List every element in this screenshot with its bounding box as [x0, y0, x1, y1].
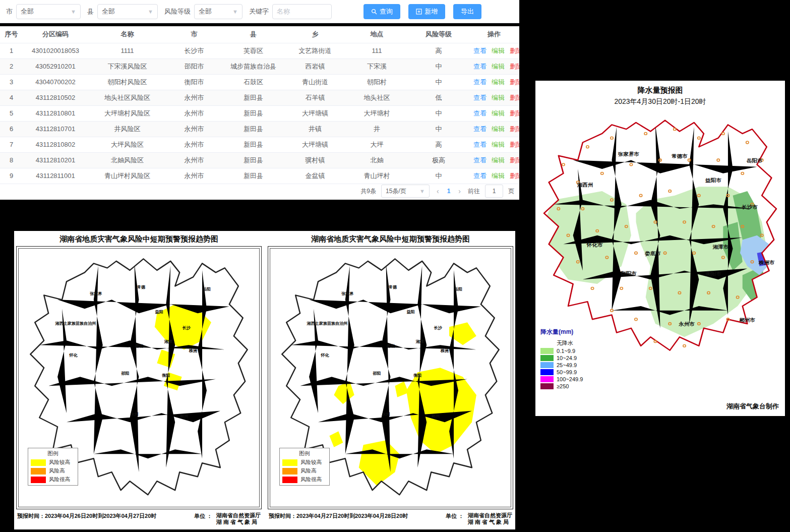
action-delete-link[interactable]: 删除 [510, 94, 519, 101]
legend-item: 风险高 [282, 467, 327, 475]
action-view-link[interactable]: 查看 [473, 78, 487, 86]
plus-square-icon [416, 9, 422, 15]
table-header-row: 序号分区编码名称市县乡地点风险等级操作 [0, 26, 519, 43]
map-city-label: 岳阳 [454, 286, 462, 291]
cell-name: 北妯风险区 [88, 152, 166, 168]
action-view-link[interactable]: 查看 [473, 172, 487, 180]
map-city-label: 郴州 [431, 414, 440, 419]
goto-label: 前往 [468, 187, 480, 196]
map-city-label: 湘潭 [164, 339, 173, 344]
legend-label: 100~249.9 [557, 376, 583, 382]
total-count: 共9条 [360, 187, 376, 196]
map-city-label: 湘潭市 [712, 244, 730, 249]
cell-seq: 2 [0, 58, 23, 74]
action-delete-link[interactable]: 删除 [510, 109, 519, 117]
action-edit-link[interactable]: 编辑 [492, 47, 505, 54]
action-view-link[interactable]: 查看 [473, 47, 487, 54]
cell-place: 下宋溪 [345, 58, 408, 74]
cell-actions: 查看编辑删除 [469, 105, 519, 121]
trend-map-2: 湖南省地质灾害气象风险中短期预警预报趋势图 [268, 233, 513, 529]
table-row: 743112810802大坪风险区永州市新田县大坪塘镇大坪高查看编辑删除 [0, 137, 519, 152]
cell-name: 朝阳村风险区 [88, 74, 166, 90]
action-edit-link[interactable]: 编辑 [492, 63, 505, 70]
legend-item: 风险高 [31, 467, 75, 475]
map-city-label: 湘潭 [415, 339, 424, 344]
action-edit-link[interactable]: 编辑 [492, 109, 505, 117]
risk-level-filter-value: 全部 [199, 7, 212, 16]
column-header: 乡 [285, 26, 345, 43]
map-credit: 湖南省气象台制作 [726, 402, 779, 411]
add-button[interactable]: 新增 [408, 4, 445, 19]
action-edit-link[interactable]: 编辑 [492, 141, 505, 148]
cell-name: 1111 [88, 43, 166, 58]
filter-bar: 市 全部 ▼ 县 全部 ▼ 风险等级 全部 ▼ 关键字 查询 [0, 0, 519, 23]
action-view-link[interactable]: 查看 [473, 125, 487, 133]
search-button[interactable]: 查询 [363, 4, 400, 19]
next-page-button[interactable]: › [456, 187, 463, 195]
current-page[interactable]: 1 [446, 188, 452, 195]
cell-actions: 查看编辑删除 [469, 137, 519, 152]
legend-label: 无降水 [557, 339, 573, 347]
cell-county: 新田县 [222, 152, 285, 168]
city-filter-label: 市 [6, 7, 13, 16]
cell-level: 高 [408, 137, 469, 152]
action-view-link[interactable]: 查看 [473, 94, 487, 101]
cell-place: 大坪 [345, 137, 408, 152]
map-city-label: 岳阳市 [747, 158, 763, 163]
action-edit-link[interactable]: 编辑 [492, 94, 505, 101]
county-filter-select[interactable]: 全部 ▼ [97, 4, 158, 19]
action-delete-link[interactable]: 删除 [510, 141, 519, 148]
cell-county: 城步苗族自治县 [222, 58, 285, 74]
cell-seq: 4 [0, 90, 23, 105]
cell-code: 43112810502 [23, 90, 88, 105]
action-edit-link[interactable]: 编辑 [492, 78, 505, 86]
legend-swatch [540, 348, 554, 354]
risk-level-filter-select[interactable]: 全部 ▼ [194, 4, 242, 19]
action-delete-link[interactable]: 删除 [510, 63, 519, 70]
map-city-label: 郴州 [179, 414, 188, 419]
action-edit-link[interactable]: 编辑 [492, 156, 505, 164]
city-filter-value: 全部 [21, 7, 34, 16]
action-delete-link[interactable]: 删除 [510, 78, 519, 86]
action-edit-link[interactable]: 编辑 [492, 125, 505, 133]
page-size-select[interactable]: 15条/页 ▼ [381, 185, 430, 198]
cell-town: 文艺路街道 [285, 43, 345, 58]
legend-item: 风险很高 [31, 476, 75, 483]
map-city-label: 益阳 [155, 310, 163, 314]
legend-item: 0.1~9.9 [540, 348, 583, 354]
pagination: 共9条 15条/页 ▼ ‹ 1 › 前往 页 [360, 185, 514, 198]
map-city-label: 娄底 [135, 343, 143, 348]
action-view-link[interactable]: 查看 [473, 63, 487, 70]
table-row: 443112810502地头社区风险区永州市新田县石羊镇地头社区低查看编辑删除 [0, 90, 519, 105]
map-city-label: 怀化 [69, 353, 77, 358]
map-city-label: 岳阳 [202, 286, 211, 291]
legend-swatch [31, 477, 46, 483]
keyword-filter-label: 关键字 [249, 7, 269, 16]
map-city-label: 湘西州 [577, 183, 593, 188]
cell-town: 青山街道 [285, 74, 345, 90]
goto-page-input[interactable] [485, 185, 503, 198]
prev-page-button[interactable]: ‹ [435, 187, 441, 195]
keyword-input[interactable] [272, 4, 332, 19]
action-delete-link[interactable]: 删除 [510, 125, 519, 133]
legend-label: 风险很高 [49, 476, 70, 483]
action-edit-link[interactable]: 编辑 [492, 172, 505, 180]
action-delete-link[interactable]: 删除 [510, 172, 519, 180]
cell-actions: 查看编辑删除 [469, 43, 519, 58]
cell-seq: 3 [0, 74, 23, 90]
action-delete-link[interactable]: 删除 [510, 47, 519, 54]
legend-swatch [540, 376, 554, 382]
column-header: 操作 [469, 26, 519, 43]
trend-map-1-legend: 图例 风险较高风险高风险很高 [28, 448, 78, 486]
city-filter-select[interactable]: 全部 ▼ [16, 4, 81, 19]
action-delete-link[interactable]: 删除 [510, 156, 519, 164]
unit-line2: 湖南省气象局 [216, 519, 261, 525]
export-button[interactable]: 导出 [453, 4, 481, 19]
cell-seq: 9 [0, 168, 23, 184]
action-view-link[interactable]: 查看 [473, 141, 487, 148]
action-view-link[interactable]: 查看 [473, 156, 487, 164]
map-city-label: 长沙 [183, 325, 191, 330]
unit-line1: 湖南省自然资源厅 [216, 512, 261, 519]
action-view-link[interactable]: 查看 [473, 109, 487, 117]
trend-maps-panel: 湖南省地质灾害气象风险中短期预警预报趋势图 [14, 231, 515, 529]
